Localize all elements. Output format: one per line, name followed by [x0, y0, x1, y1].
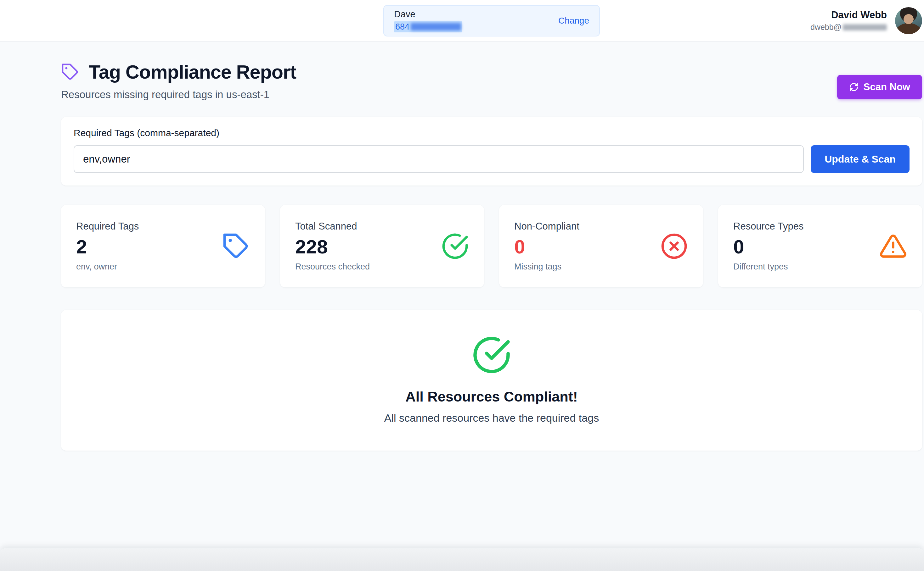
stat-card-non-compliant: Non-Compliant 0 Missing tags [499, 205, 703, 287]
user-email-redacted [843, 24, 887, 31]
account-number: 684 [394, 22, 462, 32]
account-number-prefix: 684 [395, 22, 409, 32]
stats-grid: Required Tags 2 env, owner Total Scanned… [61, 205, 922, 287]
change-account-link[interactable]: Change [558, 16, 589, 26]
avatar[interactable] [895, 7, 922, 34]
update-scan-button[interactable]: Update & Scan [811, 145, 910, 173]
stat-sublabel: Resources checked [295, 262, 370, 272]
stat-label: Resource Types [733, 221, 803, 232]
tag-icon [61, 63, 79, 81]
page-title: Tag Compliance Report [89, 61, 296, 83]
alert-triangle-icon [879, 232, 907, 260]
user-name: David Webb [810, 9, 887, 21]
page-header: Tag Compliance Report Resources missing … [61, 61, 922, 100]
user-email-prefix: dwebb@ [810, 23, 842, 32]
stat-label: Total Scanned [295, 221, 370, 232]
stat-card-resource-types: Resource Types 0 Different types [718, 205, 922, 287]
result-subtitle: All scanned resources have the required … [74, 412, 910, 424]
required-tags-card: Required Tags (comma-separated) Update &… [61, 117, 922, 185]
user-email: dwebb@ [810, 23, 887, 32]
stat-sublabel: env, owner [76, 262, 139, 272]
main-content: Tag Compliance Report Resources missing … [61, 61, 922, 451]
user-block: David Webb dwebb@ [810, 7, 922, 34]
check-circle-icon [441, 232, 469, 260]
stat-label: Required Tags [76, 221, 139, 232]
stat-value: 0 [733, 236, 803, 257]
stat-value: 0 [514, 236, 579, 257]
account-switcher: Dave 684 Change [383, 5, 600, 37]
stat-value: 2 [76, 236, 139, 257]
stat-value: 228 [295, 236, 370, 257]
stat-sublabel: Missing tags [514, 262, 579, 272]
stat-label: Non-Compliant [514, 221, 579, 232]
required-tags-input[interactable] [74, 145, 804, 173]
account-number-redacted [411, 23, 461, 31]
required-tags-label: Required Tags (comma-separated) [74, 128, 910, 138]
page-subtitle: Resources missing required tags in us-ea… [61, 89, 296, 100]
account-name: Dave [394, 9, 462, 20]
account-info: Dave 684 [394, 9, 462, 32]
stat-card-required-tags: Required Tags 2 env, owner [61, 205, 265, 287]
topbar: Dave 684 Change David Webb dwebb@ [0, 0, 924, 42]
tag-icon [222, 232, 250, 260]
stat-sublabel: Different types [733, 262, 803, 272]
result-title: All Resources Compliant! [74, 389, 910, 405]
check-circle-icon [472, 335, 511, 375]
stat-card-total-scanned: Total Scanned 228 Resources checked [280, 205, 484, 287]
x-circle-icon [660, 232, 688, 260]
refresh-icon [849, 82, 859, 92]
compliance-result-card: All Resources Compliant! All scanned res… [61, 310, 922, 451]
bottom-edge [0, 548, 924, 571]
scan-now-label: Scan Now [864, 82, 910, 93]
scan-now-button[interactable]: Scan Now [837, 75, 922, 99]
